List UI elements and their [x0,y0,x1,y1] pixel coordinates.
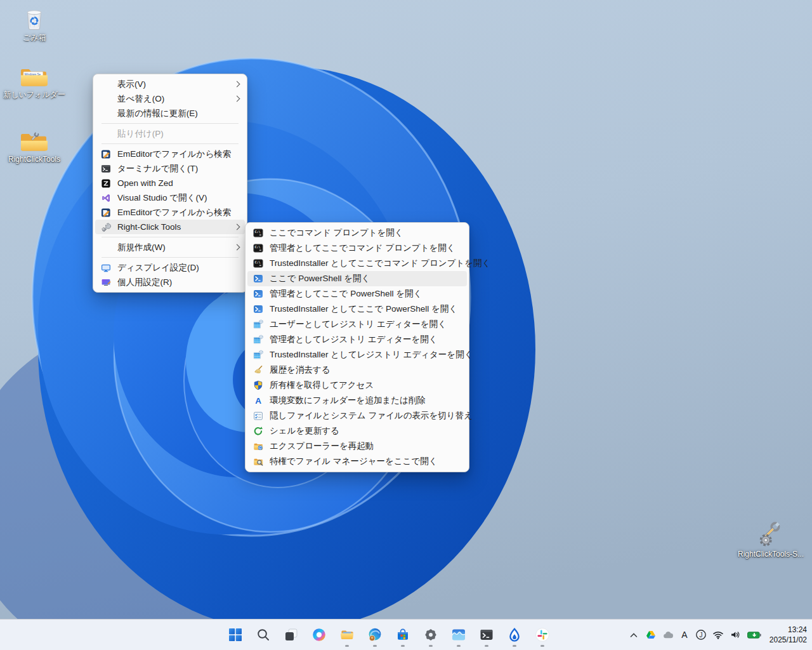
desktop-icon-label: 新しいフォルダー [3,91,65,100]
chevron-right-icon [234,244,240,251]
waves-app-icon [451,627,466,642]
tray-chevron-up-icon[interactable] [627,627,640,642]
running-indicator [485,645,488,647]
clock-time: 13:24 [788,625,807,634]
submenu-item-privileged-file-manager[interactable]: 特権でファイル マネージャーをここで開く [247,454,467,469]
start-button[interactable] [228,622,243,647]
menu-item-right-click-tools[interactable]: Right-Click Tools [95,220,245,234]
svg-text:C:\: C:\ [254,260,260,264]
zed-icon [101,178,111,189]
search-icon [256,627,271,642]
visual-studio-icon [101,193,111,203]
menu-item-view[interactable]: 表示(V) [95,77,245,91]
restart-explorer-icon [253,441,263,451]
menu-separator [102,123,239,124]
submenu-item-cmd-admin[interactable]: C:\ 管理者としてここでコマンド プロンプトを開く [247,241,467,256]
registry-editor-icon [253,350,263,360]
slack-button[interactable] [535,622,550,647]
clock-date: 2025/11/02 [769,635,807,644]
taskbar-center-group [228,620,550,650]
personalization-icon [101,277,111,288]
desktop-icon-new-folder[interactable]: Windows Se 新しいフォルダー [1,66,67,100]
copilot-button[interactable] [311,622,327,647]
running-indicator [540,645,544,647]
copilot-icon [311,627,327,642]
taskbar-clock[interactable]: 13:24 2025/11/02 [769,625,807,645]
registry-editor-icon [253,335,263,345]
battery-charging-icon[interactable] [746,627,763,642]
env-variable-a-icon: A [253,395,263,406]
system-tray: A J [627,620,809,650]
submenu-item-regedit-admin[interactable]: 管理者としてレジストリ エディターを開く [247,332,467,347]
menu-item-paste[interactable]: 貼り付け(P) [95,126,245,141]
submenu-item-powershell-admin[interactable]: 管理者としてここで PowerShell を開く [247,286,467,302]
terminal-icon [479,627,494,642]
menu-item-new[interactable]: 新規作成(W) [95,240,245,255]
display-settings-icon [101,263,111,273]
menu-item-refresh[interactable]: 最新の情報に更新(E) [95,106,245,121]
menu-item-emeditor-search[interactable]: EmEditorでファイルから検索 [95,147,245,161]
water-drop-app-button[interactable] [507,622,522,647]
google-drive-icon[interactable] [645,627,657,642]
submenu-item-clear-history[interactable]: 履歴を消去する [247,362,467,378]
menu-item-open-with-zed[interactable]: Open with Zed [95,176,245,190]
submenu-item-powershell-here[interactable]: ここで PowerShell を開く [247,271,467,286]
menu-item-open-terminal[interactable]: ターミナルで開く(T) [95,161,245,176]
desktop-icon-rightclicktools-folder[interactable]: RightClickTools [1,131,67,164]
edge-icon [367,627,383,642]
submenu-item-regedit-trustedinstaller[interactable]: TrustedInstaller としてレジストリ エディターを開く [247,347,467,362]
svg-text:C:\: C:\ [254,230,260,234]
microsoft-store-button[interactable] [395,622,410,647]
edge-button[interactable] [367,622,383,647]
desktop-icon-label: ごみ箱 [23,34,46,43]
wrench-gear-icon [756,519,785,548]
folder-with-document-icon: Windows Se [20,66,49,89]
submenu-item-powershell-trustedinstaller[interactable]: TrustedInstaller としてここで PowerShell を開く [247,302,467,317]
onedrive-cloud-icon[interactable] [662,627,674,642]
folder-search-icon [253,456,263,467]
submenu-item-restart-explorer[interactable]: エクスプローラーを再起動 [247,439,467,454]
cmd-icon: C:\ [253,243,263,253]
right-click-tools-submenu: C:\ ここでコマンド プロンプトを開く C:\ 管理者としてここでコマンド プ… [245,222,469,472]
terminal-button[interactable] [479,622,494,647]
empty-icon-slot [101,242,111,253]
running-indicator [429,645,433,647]
desktop-icon-recycle-bin[interactable]: ごみ箱 [1,3,67,43]
menu-item-sort-by[interactable]: 並べ替え(O) [95,91,245,106]
submenu-item-env-variables[interactable]: A 環境変数にフォルダーを追加または削除 [247,393,467,408]
search-button[interactable] [256,622,271,647]
menu-item-open-visual-studio[interactable]: Visual Studio で開く(V) [95,190,245,205]
waves-app-button[interactable] [451,622,466,647]
settings-button[interactable] [423,622,438,647]
uac-shield-icon [253,380,263,390]
menu-separator [102,257,239,258]
folder-with-wrench-icon [20,131,49,154]
j-circle-icon[interactable]: J [695,627,707,642]
ime-mode-indicator[interactable]: A [679,627,690,642]
task-view-icon [284,627,299,642]
file-explorer-button[interactable] [339,622,355,647]
submenu-item-toggle-hidden-files[interactable]: 隠しファイルとシステム ファイルの表示を切り替え [247,408,467,423]
emeditor-icon [101,208,111,218]
menu-item-display-settings[interactable]: ディスプレイ設定(D) [95,260,245,275]
desktop-icon-rightclicktools-setup[interactable]: RightClickTools-S... [733,519,808,559]
wifi-icon[interactable] [712,627,724,642]
submenu-item-cmd-trustedinstaller[interactable]: C:\ TrustedInstaller としてここでコマンド プロンプトを開く [247,256,467,271]
chevron-right-icon [234,81,240,88]
submenu-item-regedit-user[interactable]: ユーザーとしてレジストリ エディターを開く [247,317,467,332]
desktop-icon-label: RightClickTools [8,156,60,164]
powershell-icon [253,289,263,299]
chevron-right-icon [234,96,240,102]
submenu-item-refresh-shell[interactable]: シェルを更新する [247,423,467,439]
submenu-item-cmd-here[interactable]: C:\ ここでコマンド プロンプトを開く [247,225,467,241]
cmd-icon: C:\ [253,228,263,238]
volume-icon[interactable] [729,627,742,642]
task-view-button[interactable] [284,622,299,647]
menu-item-personalization[interactable]: 個人用設定(R) [95,275,245,289]
menu-item-emeditor-search-2[interactable]: EmEditorでファイルから検索 [95,205,245,220]
submenu-item-take-ownership[interactable]: 所有権を取得してアクセス [247,378,467,393]
emeditor-icon [101,149,111,159]
running-indicator [345,645,349,647]
slack-icon [535,627,550,642]
cmd-icon: C:\ [253,258,263,269]
